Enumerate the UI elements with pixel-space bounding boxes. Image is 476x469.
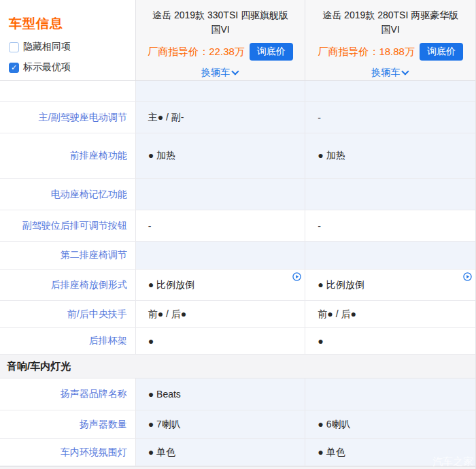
table-row: 扬声器品牌名称● Beats [0,378,475,410]
row-value: 前● / 后● [305,301,475,327]
row-label[interactable]: 第二排座椅调节 [0,242,136,269]
section-header: 音响/车内灯光 [0,355,475,378]
guide-price-label: 厂商指导价： [148,46,209,59]
row-value: ● 单色 [136,439,306,466]
change-car-label: 换辆车 [201,67,230,79]
row-value: ● 比例放倒 [305,270,475,300]
check-icon[interactable]: ✓ [9,63,19,73]
row-label[interactable]: 后排座椅放倒形式 [0,270,136,300]
table-row: 主/副驾驶座电动调节主● / 副-- [0,102,475,133]
options-panel: 车型信息 隐藏相同项 ✓ 标示最优项 [0,0,136,80]
play-circle-icon[interactable] [463,272,472,281]
table-row: 扬声器数量● 7喇叭● 6喇叭 [0,410,475,439]
car-name-line2: 国VI [146,22,296,37]
car-column-header: 途岳 2019款 330TSI 四驱旗舰版 国VI 厂商指导价：22.38万 询… [136,0,306,80]
row-value [305,378,475,410]
row-label[interactable]: 扬声器品牌名称 [0,378,136,410]
row-value: ● Beats [136,378,306,410]
table-row: 第二排座椅调节 [0,242,475,270]
table-row: 电动座椅记忆功能 [0,179,475,210]
car-name: 途岳 2019款 280TSI 两驱豪华版 国VI [305,8,475,37]
row-value: ● 7喇叭 [136,410,306,438]
row-value: ● 单色 [305,439,475,466]
change-car-link[interactable]: 换辆车 [305,67,475,79]
next-section-strip [0,466,475,469]
row-value [305,81,475,101]
row-value: 前● / 后● [136,301,306,327]
row-label[interactable]: 电动座椅记忆功能 [0,179,136,210]
car-column-header: 途岳 2019款 280TSI 两驱豪华版 国VI 厂商指导价：18.88万 询… [305,0,475,80]
row-value: 主● / 副- [136,102,306,133]
checkbox-hide-same[interactable]: 隐藏相同项 [9,41,135,53]
row-label[interactable]: 前/后中央扶手 [0,301,136,327]
car-compare-table: 车型信息 隐藏相同项 ✓ 标示最优项 途岳 2019款 330TSI 四驱旗舰版… [0,0,476,469]
car-name: 途岳 2019款 330TSI 四驱旗舰版 国VI [136,8,305,37]
row-label[interactable]: 扬声器数量 [0,410,136,438]
car-name-line1: 途岳 2019款 280TSI 两驱豪华版 [315,8,466,22]
row-value [305,242,475,269]
row-value: - [305,102,475,133]
row-label[interactable]: 后排杯架 [0,328,136,354]
row-label[interactable]: 前排座椅功能 [0,133,136,178]
table-row: 后排座椅放倒形式● 比例放倒● 比例放倒 [0,270,475,301]
row-label[interactable]: 车内环境氛围灯 [0,439,136,466]
checkbox-mark-best[interactable]: ✓ 标示最优项 [9,61,135,74]
row-value: ● 比例放倒 [136,270,306,300]
price-line: 厂商指导价：18.88万 询底价 [305,43,475,61]
row-value [136,81,306,101]
guide-price-label: 厂商指导价： [318,46,379,59]
change-car-link[interactable]: 换辆车 [136,67,305,79]
price-line: 厂商指导价：22.38万 询底价 [136,43,305,61]
row-label [0,81,136,101]
table-row: 前/后中央扶手前● / 后●前● / 后● [0,301,475,328]
guide-price-value: 22.38万 [209,46,245,59]
row-value: - [136,210,306,241]
row-value: - [305,210,475,241]
spec-rows-audio: 扬声器品牌名称● Beats扬声器数量● 7喇叭● 6喇叭车内环境氛围灯● 单色… [0,378,475,466]
checkbox-icon[interactable] [9,42,19,52]
checkbox-label: 标示最优项 [23,61,71,74]
row-value: ● 加热 [305,133,475,178]
inquiry-button[interactable]: 询底价 [420,43,463,61]
table-row [0,81,475,102]
compare-header: 车型信息 隐藏相同项 ✓ 标示最优项 途岳 2019款 330TSI 四驱旗舰版… [0,0,475,81]
car-name-line1: 途岳 2019款 330TSI 四驱旗舰版 [146,8,296,22]
row-value: ● 加热 [136,133,306,178]
row-value: ● [136,328,306,354]
row-value [136,242,306,269]
inquiry-button[interactable]: 询底价 [250,43,293,61]
change-car-label: 换辆车 [371,67,400,79]
play-circle-icon[interactable] [292,272,301,281]
table-row: 副驾驶位后排可调节按钮-- [0,210,475,242]
guide-price-value: 18.88万 [379,46,415,59]
table-row: 前排座椅功能● 加热● 加热 [0,133,475,179]
table-row: 后排杯架●● [0,328,475,355]
row-value [305,179,475,210]
row-label[interactable]: 主/副驾驶座电动调节 [0,102,136,133]
chevron-down-icon [401,67,409,75]
car-name-line2: 国VI [315,22,466,37]
row-value: ● [305,328,475,354]
chevron-down-icon [231,67,239,75]
table-row: 车内环境氛围灯● 单色● 单色 [0,439,475,466]
row-label[interactable]: 副驾驶位后排可调节按钮 [0,210,136,241]
page-title: 车型信息 [9,15,135,33]
spec-rows-seating: 主/副驾驶座电动调节主● / 副--前排座椅功能● 加热● 加热电动座椅记忆功能… [0,81,475,355]
checkbox-label: 隐藏相同项 [23,41,71,53]
row-value: ● 6喇叭 [305,410,475,438]
row-value [136,179,306,210]
